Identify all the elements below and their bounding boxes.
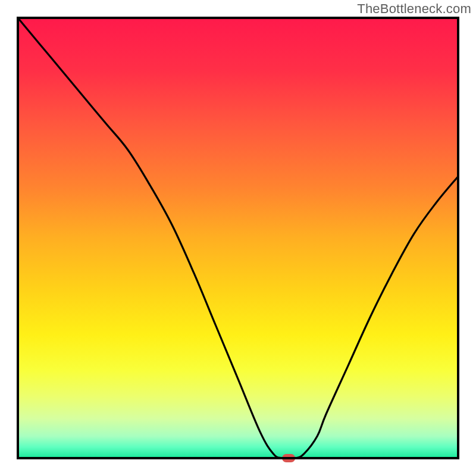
chart-svg — [0, 0, 476, 476]
plot-background — [18, 18, 458, 458]
watermark-text: TheBottleneck.com — [357, 1, 471, 17]
chart-root: TheBottleneck.com — [0, 0, 476, 476]
